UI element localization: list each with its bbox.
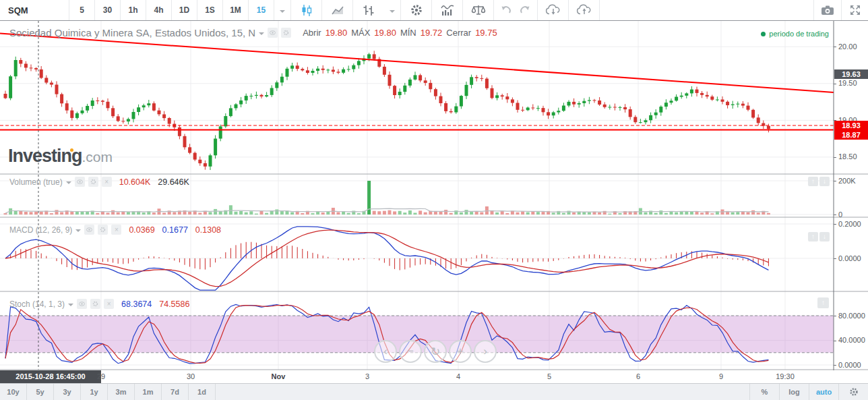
settings-button[interactable]: [401, 0, 432, 20]
remove-indicator-button[interactable]: ×: [111, 225, 121, 235]
volume-pane-down-button[interactable]: ↓: [819, 177, 830, 186]
chevron-down-icon[interactable]: [259, 32, 264, 38]
indicator-settings-button[interactable]: [88, 177, 98, 187]
bar-style-button[interactable]: [353, 0, 384, 20]
toolbar-right-group: [813, 0, 868, 20]
chevron-down-icon[interactable]: [75, 229, 81, 235]
timeframe-30[interactable]: 30: [95, 0, 121, 20]
timeframe-15[interactable]: 15: [249, 0, 274, 20]
range-1d-button[interactable]: 1d: [189, 384, 216, 400]
open-label: Abrir: [303, 28, 321, 38]
time-axis[interactable]: 2015-10-28 16:45:00 2930Nov3456919:30: [0, 370, 868, 383]
range-10y-button[interactable]: 10y: [0, 384, 27, 400]
redo-icon[interactable]: [519, 5, 531, 16]
range-1y-button[interactable]: 1y: [81, 384, 108, 400]
series-settings-button[interactable]: [281, 28, 291, 38]
line-style-button[interactable]: [322, 0, 353, 20]
eye-icon: [270, 30, 276, 35]
indicators-icon: [440, 3, 455, 17]
trading-chart-app: SQM 5301h4h1D1S1M15: [0, 0, 868, 400]
chevron-down-icon: [390, 10, 395, 16]
scale-percent-button[interactable]: %: [749, 384, 779, 400]
load-layout-button[interactable]: [538, 0, 569, 20]
high-label: MÁX: [351, 28, 370, 38]
indicator-settings-button[interactable]: [90, 299, 100, 309]
arrow-up-icon: ↑: [811, 233, 815, 240]
investing-logo: Investing.com: [8, 146, 113, 167]
volume-label: Volumen (true): [9, 177, 63, 187]
volume-pane-up-button[interactable]: ↑: [808, 177, 818, 186]
timeframe-1S[interactable]: 1S: [197, 0, 223, 20]
remove-indicator-button[interactable]: ×: [102, 177, 112, 187]
macd-pane-up-button[interactable]: ↑: [808, 232, 818, 241]
chevron-down-icon[interactable]: [68, 304, 73, 309]
range-1m-button[interactable]: 1m: [135, 384, 162, 400]
stoch-k-value: 68.3674: [121, 299, 152, 309]
undo-redo-group: [494, 0, 538, 20]
range-3m-button[interactable]: 3m: [108, 384, 135, 400]
macd-pane-down-button[interactable]: ↓: [819, 232, 830, 241]
axis-tick-mark: [834, 316, 836, 316]
zoom-in-button[interactable]: +: [449, 340, 472, 363]
symbol-button[interactable]: SQM: [0, 0, 69, 20]
timeframe-1D[interactable]: 1D: [172, 0, 197, 20]
undo-icon[interactable]: [500, 5, 512, 16]
compare-button[interactable]: [463, 0, 494, 20]
stoch-pane-up-button[interactable]: ↑: [817, 297, 829, 308]
timeframe-4h[interactable]: 4h: [146, 0, 172, 20]
fullscreen-button[interactable]: [841, 0, 868, 20]
gear-icon: [849, 387, 859, 397]
remove-indicator-button[interactable]: ×: [104, 299, 114, 309]
chevron-down-icon: [280, 10, 285, 16]
price-axis-tick: 19.50: [838, 79, 857, 87]
volume-average-value: 29.646K: [158, 177, 189, 187]
candlestick-style-button[interactable]: [291, 0, 322, 20]
scale-auto-button[interactable]: auto: [809, 384, 838, 400]
range-7d-button[interactable]: 7d: [162, 384, 189, 400]
scroll-left-button[interactable]: ‹: [374, 340, 397, 363]
timeframe-1M[interactable]: 1M: [223, 0, 249, 20]
timeframe-dropdown-button[interactable]: [274, 0, 291, 20]
macd-pane-header: MACD (12, 26, 9) × 0.0369 0.1677 0.1308: [9, 225, 221, 235]
bottom-toolbar: 10y5y3y1y3m1m7d1d %logauto: [0, 383, 868, 400]
zoom-out-button[interactable]: −: [399, 340, 422, 363]
chart-title: Sociedad Quimica y Minera SA, Estados Un…: [9, 27, 255, 38]
logo-orange-dot: [70, 148, 73, 152]
stoch-axis-tick: 80.0000: [838, 312, 865, 320]
fullscreen-icon: [849, 4, 861, 16]
axis-tick-mark: [834, 224, 836, 225]
top-toolbar: SQM 5301h4h1D1S1M15: [0, 0, 868, 21]
axis-settings-button[interactable]: [838, 384, 868, 400]
timeframe-1h[interactable]: 1h: [121, 0, 146, 20]
indicators-button[interactable]: [432, 0, 463, 20]
line-chart-icon: [331, 3, 344, 17]
visibility-toggle-button[interactable]: [75, 177, 85, 187]
range-5y-button[interactable]: 5y: [27, 384, 54, 400]
time-axis-label: 9: [719, 372, 723, 380]
time-axis-label: Nov: [272, 372, 286, 380]
range-3y-button[interactable]: 3y: [54, 384, 81, 400]
visibility-toggle-button[interactable]: [268, 28, 278, 38]
timeframe-5[interactable]: 5: [69, 0, 95, 20]
visibility-toggle-button[interactable]: [77, 299, 87, 309]
indicator-settings-button[interactable]: [98, 225, 108, 235]
visibility-toggle-button[interactable]: [84, 225, 94, 235]
screenshot-button[interactable]: [813, 0, 841, 20]
gear-icon: [100, 227, 106, 233]
cloud-upload-icon: [576, 3, 593, 17]
reset-zoom-button[interactable]: ↻: [424, 340, 447, 363]
scale-log-button[interactable]: log: [779, 384, 809, 400]
scroll-right-button[interactable]: ›: [474, 340, 497, 363]
candlestick-icon: [300, 3, 313, 17]
stoch-axis-tick: 40.0000: [838, 336, 865, 344]
gear-icon: [410, 3, 423, 17]
support-level-badge: 18.93: [834, 121, 868, 130]
stoch-label: Stoch (14, 1, 3): [9, 299, 65, 309]
time-axis-label: 30: [187, 372, 195, 380]
chart-style-dropdown-button[interactable]: [384, 0, 401, 20]
axis-tick-mark: [834, 341, 836, 341]
save-layout-button[interactable]: [569, 0, 600, 20]
chevron-down-icon[interactable]: [66, 181, 71, 187]
arrow-down-icon: ↓: [823, 177, 826, 185]
timeframe-group: 5301h4h1D1S1M15: [69, 0, 274, 20]
